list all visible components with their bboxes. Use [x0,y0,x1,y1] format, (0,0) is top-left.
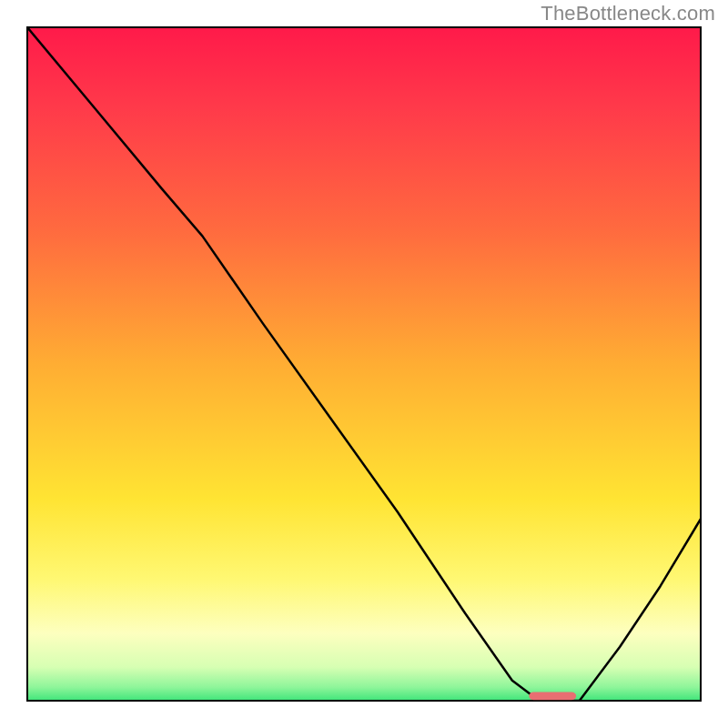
optimal-marker [529,692,576,700]
bottleneck-chart [0,0,728,728]
watermark-text: TheBottleneck.com [541,2,715,25]
plot-background [27,27,701,701]
